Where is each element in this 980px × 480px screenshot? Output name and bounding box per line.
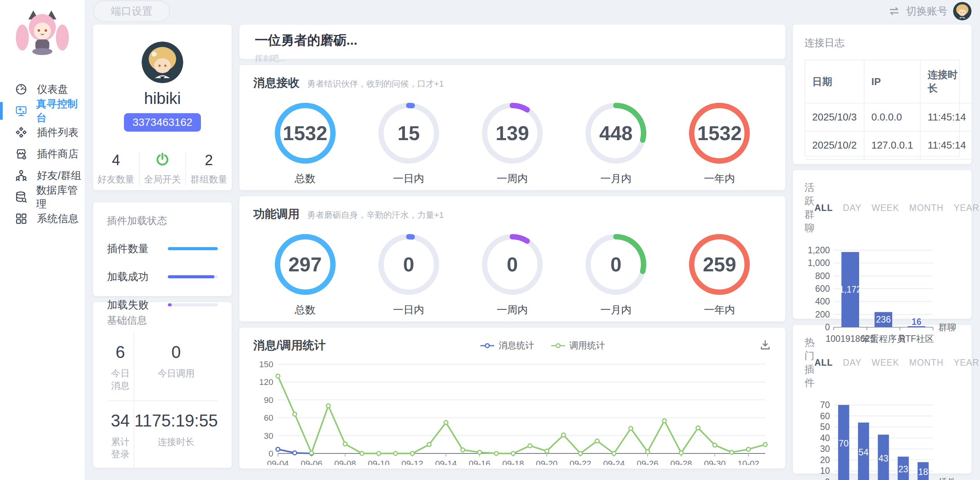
plugin-count-row: 插件数量 — [107, 242, 218, 256]
tab-week[interactable]: WEEK — [871, 358, 899, 368]
svg-text:20: 20 — [820, 455, 830, 465]
stat-month: 0 一月内 — [579, 231, 652, 317]
svg-text:09-04: 09-04 — [267, 459, 289, 465]
topbar: 端口设置 切换账号 — [93, 0, 972, 22]
svg-text:09-12: 09-12 — [401, 459, 423, 465]
col-header-ip: IP — [864, 60, 920, 103]
svg-text:09-06: 09-06 — [301, 459, 322, 465]
bot-name: hibiki — [144, 89, 181, 108]
stat-week: 0 一周内 — [476, 231, 549, 317]
svg-text:400: 400 — [815, 296, 830, 306]
friend-count: 4 好友数量 — [93, 152, 139, 186]
svg-text:30: 30 — [264, 431, 273, 441]
middle-column: 一位勇者的磨砺... 挥剑吧... 消息接收 勇者结识伙伴，收到的问候，口才+1… — [239, 25, 785, 468]
stat-day: 0 一日内 — [372, 231, 445, 317]
tab-year[interactable]: YEAR — [953, 358, 979, 368]
card-title: 消息/调用统计 — [253, 338, 326, 353]
basic-info-card: 基础信息 6 今日消息 0 今日调用 34 累计登录 117 — [93, 302, 232, 468]
stat-total: 1532 总数 — [269, 100, 342, 186]
sidebar-item-plugin-store[interactable]: 插件商店 — [0, 143, 85, 165]
svg-text:43: 43 — [878, 453, 888, 463]
tab-day[interactable]: DAY — [843, 358, 862, 368]
range-tabs: ALL DAY WEEK MONTH YEAR — [814, 203, 979, 213]
message-stats-card: 消息接收 勇者结识伙伴，收到的问候，口才+1 1532 总数 15 一日内 — [239, 65, 785, 190]
connection-log-card: 连接日志 日期 IP 连接时长 2025/10/3 — [793, 25, 972, 164]
legend-call[interactable]: 调用统计 — [551, 340, 605, 351]
svg-text:0: 0 — [825, 477, 830, 480]
svg-text:09-14: 09-14 — [435, 459, 457, 465]
sidebar-menu: 仪表盘 真寻控制台 插件列表 插件商店 好友/群组 — [0, 79, 85, 229]
database-icon — [15, 190, 28, 204]
connect-duration: 1175:19:55 连接时长 — [134, 401, 218, 470]
today-calls: 0 今日调用 — [134, 333, 218, 401]
download-icon[interactable] — [759, 339, 771, 353]
sidebar-item-label: 插件列表 — [37, 125, 79, 139]
sidebar-item-plugin-list[interactable]: 插件列表 — [0, 122, 85, 143]
sidebar-item-database[interactable]: 数据库管理 — [0, 186, 85, 208]
progress-bar — [168, 275, 214, 278]
stat-month: 448 一月内 — [579, 100, 652, 186]
col-header-duration: 连接时长 — [920, 60, 973, 103]
legend-message[interactable]: 消息统计 — [480, 340, 534, 351]
connection-log-table: 日期 IP 连接时长 2025/10/3 0.0.0.0 11:45:14 — [804, 60, 960, 157]
switch-account-button[interactable]: 切换账号 — [888, 2, 972, 20]
load-success-row: 加载成功 — [107, 270, 218, 284]
profile-stats: 4 好友数量 全局开关 2 群组数量 — [93, 152, 232, 186]
power-icon[interactable] — [140, 152, 186, 169]
svg-text:1,172: 1,172 — [839, 284, 861, 294]
tab-year[interactable]: YEAR — [953, 203, 979, 213]
tab-all[interactable]: ALL — [814, 358, 833, 368]
svg-text:150: 150 — [259, 360, 273, 369]
main-area: 端口设置 切换账号 hibiki 3373463162 4 好友数量 — [85, 0, 980, 480]
svg-text:09-22: 09-22 — [570, 459, 591, 465]
legend-line-icon — [480, 343, 495, 348]
svg-text:600: 600 — [815, 284, 830, 294]
sidebar-item-label: 真寻控制台 — [36, 97, 85, 125]
tab-all[interactable]: ALL — [814, 203, 833, 213]
svg-text:60: 60 — [264, 413, 273, 423]
sidebar-item-system-info[interactable]: 系统信息 — [0, 208, 85, 229]
global-switch[interactable]: 全局开关 — [139, 152, 186, 186]
svg-text:群聊: 群聊 — [938, 322, 956, 332]
table-row: 2025/10/2 127.0.0.1 11:45:14 — [805, 131, 973, 159]
svg-text:70: 70 — [839, 438, 849, 448]
stat-day: 15 一日内 — [372, 100, 445, 186]
stat-week: 139 一周内 — [476, 100, 549, 186]
svg-text:09-30: 09-30 — [704, 459, 726, 465]
gauge-icon — [15, 82, 28, 96]
svg-text:200: 200 — [815, 309, 830, 319]
sidebar: 仪表盘 真寻控制台 插件列表 插件商店 好友/群组 — [0, 0, 85, 480]
page-subtitle: 挥剑吧... — [255, 53, 770, 64]
svg-text:30: 30 — [820, 444, 830, 454]
sidebar-item-console[interactable]: 真寻控制台 — [0, 100, 85, 122]
svg-text:236: 236 — [876, 314, 891, 324]
console-monitor-icon — [15, 104, 28, 118]
group-count: 2 群组数量 — [185, 152, 232, 186]
svg-text:90: 90 — [264, 395, 273, 405]
stat-year: 1532 一年内 — [683, 100, 756, 186]
port-settings-button[interactable]: 端口设置 — [93, 0, 170, 22]
active-groups-card: 活跃群聊 ALL DAY WEEK MONTH YEAR 02004006008… — [793, 170, 972, 319]
switch-account-label: 切换账号 — [906, 4, 948, 18]
people-network-icon — [15, 169, 28, 182]
sidebar-item-label: 数据库管理 — [36, 183, 85, 211]
tab-month[interactable]: MONTH — [909, 203, 943, 213]
card-title: 消息接收 — [253, 75, 299, 91]
stat-year: 259 一年内 — [683, 231, 756, 317]
svg-text:09-28: 09-28 — [671, 459, 692, 465]
sidebar-item-label: 系统信息 — [37, 212, 79, 226]
svg-text:0: 0 — [825, 322, 830, 332]
swap-icon — [888, 5, 901, 18]
account-id-badge: 3373463162 — [124, 113, 201, 132]
svg-text:800: 800 — [815, 271, 830, 281]
today-messages: 6 今日消息 — [107, 333, 134, 401]
svg-text:09-08: 09-08 — [334, 459, 356, 465]
tab-month[interactable]: MONTH — [909, 358, 943, 368]
tab-day[interactable]: DAY — [843, 203, 862, 213]
tab-week[interactable]: WEEK — [871, 203, 899, 213]
function-stats-card: 功能调用 勇者磨砺自身，辛勤的汗水，力量+1 297 总数 0 一日内 — [239, 196, 785, 321]
topbar-avatar[interactable] — [953, 2, 972, 20]
logo-image — [12, 8, 73, 59]
card-title: 功能调用 — [253, 206, 299, 222]
chart-legend: 消息统计 调用统计 — [326, 340, 759, 351]
